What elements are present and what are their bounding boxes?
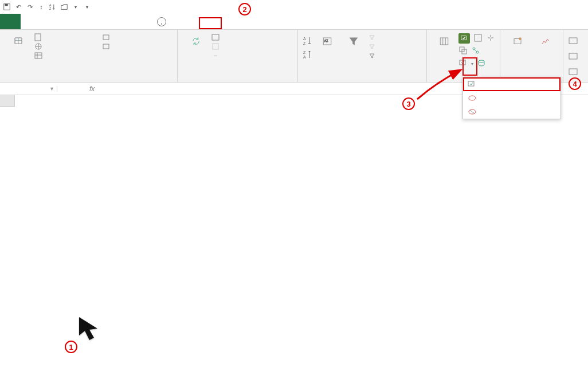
what-if-button[interactable] <box>505 32 531 50</box>
tab-review[interactable] <box>101 14 117 29</box>
web-icon <box>34 42 42 50</box>
from-table-range[interactable] <box>34 52 100 60</box>
remove-duplicates-icon[interactable] <box>458 46 468 56</box>
svg-text:A: A <box>49 3 52 7</box>
name-box[interactable]: ▼ <box>0 86 57 92</box>
sort-icon: AZ <box>319 33 335 49</box>
redo-icon[interactable]: ↷ <box>25 2 34 11</box>
menu-clear-circles[interactable] <box>463 105 560 119</box>
refresh-icon <box>188 33 204 49</box>
svg-text:Z: Z <box>303 41 306 45</box>
get-data-icon <box>10 33 26 49</box>
tab-data[interactable] <box>85 14 101 29</box>
dropdown-icon[interactable]: ▾ <box>71 2 80 11</box>
reapply-filter[interactable] <box>368 42 378 50</box>
ribbon: AZ ZA AZ <box>0 30 588 83</box>
ungroup-icon[interactable] <box>568 51 578 63</box>
tab-home[interactable] <box>21 14 37 29</box>
title-bar: ↶ ↷ ↕ AZ ▾ ▾ <box>0 0 588 14</box>
svg-rect-29 <box>569 38 577 44</box>
fx-icon[interactable]: fx <box>89 85 97 93</box>
existing-connections[interactable] <box>102 42 173 50</box>
group-label <box>5 80 173 82</box>
data-model-icon[interactable] <box>477 58 486 69</box>
advanced-filter[interactable] <box>368 52 378 60</box>
svg-point-23 <box>473 48 475 50</box>
cursor-arrow-annotation <box>75 312 109 347</box>
svg-rect-25 <box>460 60 465 65</box>
consolidate-icon[interactable] <box>486 33 495 44</box>
tab-file[interactable] <box>0 14 21 29</box>
ribbon-tabs <box>0 14 588 30</box>
text-to-columns-icon <box>436 33 452 49</box>
tab-view[interactable] <box>117 14 133 29</box>
svg-rect-7 <box>35 53 42 58</box>
connections-icon <box>102 42 110 50</box>
customize-qat-icon[interactable]: ▾ <box>83 2 92 11</box>
clear-circles-icon <box>468 108 477 116</box>
svg-rect-30 <box>569 53 577 59</box>
svg-rect-8 <box>103 35 109 40</box>
sort-button[interactable]: AZ <box>315 32 339 50</box>
relationships-icon[interactable] <box>471 46 480 56</box>
group-icon[interactable] <box>568 36 578 48</box>
svg-rect-1 <box>5 4 8 6</box>
clear-icon <box>368 33 376 41</box>
svg-text:Z: Z <box>303 50 306 54</box>
svg-text:Z: Z <box>49 7 52 10</box>
window-title <box>291 3 297 11</box>
filter-button[interactable] <box>342 32 366 50</box>
forecast-sheet-button[interactable] <box>533 32 559 50</box>
clear-filter[interactable] <box>368 33 378 41</box>
tab-insert[interactable] <box>37 14 53 29</box>
menu-circle-invalid[interactable] <box>463 91 560 105</box>
refresh-all-button[interactable] <box>182 32 209 50</box>
queries-icon <box>211 33 219 41</box>
csv-icon <box>34 33 42 41</box>
properties[interactable] <box>211 42 293 50</box>
svg-point-24 <box>476 51 479 53</box>
data-validation-menu <box>462 77 561 119</box>
svg-rect-10 <box>212 34 219 40</box>
svg-point-26 <box>479 60 484 62</box>
flash-fill-icon[interactable] <box>473 33 483 44</box>
recent-icon <box>102 33 110 41</box>
data-validation-button[interactable] <box>458 33 470 44</box>
svg-text:A: A <box>303 37 306 41</box>
svg-marker-35 <box>79 317 97 340</box>
svg-text:AZ: AZ <box>324 39 329 42</box>
svg-rect-11 <box>213 44 218 49</box>
undo-icon[interactable]: ↶ <box>14 2 23 11</box>
group-label <box>303 80 422 82</box>
sort-az-button[interactable]: AZ <box>303 36 313 46</box>
reapply-icon <box>368 42 376 50</box>
quick-access-toolbar: ↶ ↷ ↕ AZ ▾ ▾ <box>2 2 92 11</box>
links-icon <box>211 52 219 60</box>
subtotal-icon[interactable] <box>568 67 578 79</box>
queries-connections[interactable] <box>211 33 293 41</box>
text-to-columns-button[interactable] <box>432 32 456 50</box>
sort-za-button[interactable]: ZA <box>303 49 313 60</box>
tab-formulas[interactable] <box>69 14 85 29</box>
from-web[interactable] <box>34 42 100 50</box>
get-data-button[interactable] <box>5 32 32 50</box>
svg-point-28 <box>519 37 522 40</box>
touch-mode-icon[interactable]: ↕ <box>37 2 46 11</box>
svg-rect-5 <box>35 34 41 41</box>
red-arrow-annotation <box>413 66 470 106</box>
save-icon[interactable] <box>2 2 11 11</box>
recent-sources[interactable] <box>102 33 173 41</box>
select-all-corner[interactable] <box>0 95 15 107</box>
tab-help[interactable] <box>133 14 149 29</box>
properties-icon <box>211 42 219 50</box>
lightbulb-icon <box>157 17 166 26</box>
tab-page-layout[interactable] <box>53 14 69 29</box>
group-label <box>182 80 293 82</box>
filter-icon <box>346 33 362 49</box>
open-icon[interactable] <box>60 2 69 11</box>
edit-links[interactable] <box>211 52 293 60</box>
from-text-csv[interactable] <box>34 33 100 41</box>
sort-icon[interactable]: AZ <box>48 2 57 11</box>
menu-data-validation[interactable] <box>463 77 560 91</box>
tell-me-search[interactable] <box>149 14 178 29</box>
